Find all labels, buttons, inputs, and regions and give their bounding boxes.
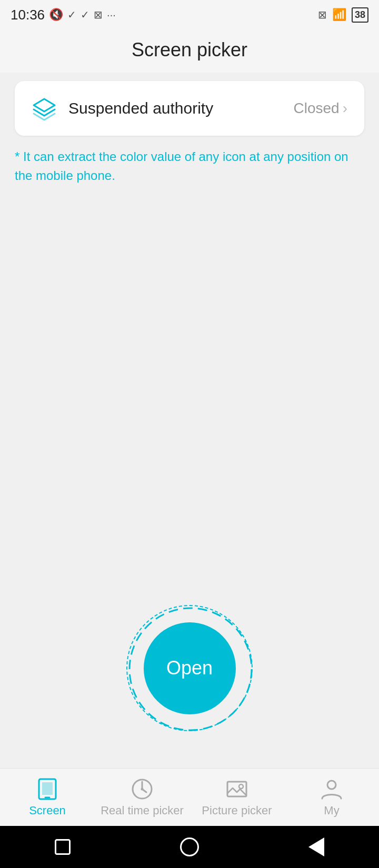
card-right: Closed ›	[294, 100, 348, 117]
picture-nav-label: Picture picker	[202, 804, 272, 817]
nav-item-screen[interactable]: Screen	[5, 778, 89, 817]
svg-rect-8	[227, 782, 246, 796]
screen-nav-label: Screen	[29, 804, 66, 817]
open-button-label: Open	[166, 657, 213, 679]
main-content: Suspended authority Closed › * It can ex…	[0, 73, 379, 768]
page-title-bar: Screen picker	[0, 29, 379, 73]
picture-nav-icon	[225, 778, 248, 801]
battery-indicator: 38	[352, 7, 368, 23]
more-icon: ···	[107, 9, 116, 21]
mute-icon: 🔇	[49, 8, 63, 22]
android-back-button[interactable]	[308, 837, 324, 856]
home-icon	[180, 837, 199, 856]
status-right: ⊠ 📶 38	[318, 7, 368, 23]
card-chevron: ›	[343, 100, 347, 117]
recent-apps-icon	[55, 839, 71, 855]
time-display: 10:36	[11, 7, 45, 23]
check-icon-2: ✓	[81, 8, 89, 21]
card-status: Closed	[294, 100, 340, 117]
page-title: Screen picker	[132, 39, 247, 60]
content-spacer	[15, 185, 364, 573]
android-nav-bar	[0, 826, 379, 868]
authority-card[interactable]: Suspended authority Closed ›	[15, 81, 364, 136]
realtime-nav-icon	[131, 778, 154, 801]
back-icon	[308, 837, 324, 856]
open-button-outer-ring: Open	[126, 605, 253, 731]
check-icon-1: ✓	[67, 8, 76, 21]
open-button-area: Open	[15, 573, 364, 758]
open-button[interactable]: Open	[144, 622, 236, 714]
sim-icon: ⊠	[318, 8, 327, 21]
bottom-nav: Screen Real time picker Picture picker	[0, 768, 379, 826]
realtime-nav-label: Real time picker	[101, 804, 184, 817]
status-bar: 10:36 🔇 ✓ ✓ ⊠ ··· ⊠ 📶 38	[0, 0, 379, 29]
svg-point-9	[239, 784, 243, 789]
svg-rect-2	[42, 782, 53, 795]
my-nav-icon	[320, 778, 343, 801]
my-nav-label: My	[324, 804, 339, 817]
wifi-icon: 📶	[332, 8, 346, 22]
x-box-icon: ⊠	[94, 8, 103, 21]
nav-item-picture[interactable]: Picture picker	[195, 778, 279, 817]
card-title: Suspended authority	[68, 99, 213, 117]
info-text: * It can extract the color value of any …	[15, 147, 364, 185]
svg-point-7	[141, 788, 144, 790]
nav-item-my[interactable]: My	[290, 778, 374, 817]
nav-item-realtime[interactable]: Real time picker	[100, 778, 184, 817]
status-left: 10:36 🔇 ✓ ✓ ⊠ ···	[11, 7, 116, 23]
card-left: Suspended authority	[32, 96, 213, 121]
screen-nav-icon	[36, 778, 59, 801]
svg-point-10	[327, 781, 336, 789]
android-home-button[interactable]	[180, 837, 199, 856]
android-recent-button[interactable]	[55, 839, 71, 855]
layers-icon	[32, 96, 57, 121]
